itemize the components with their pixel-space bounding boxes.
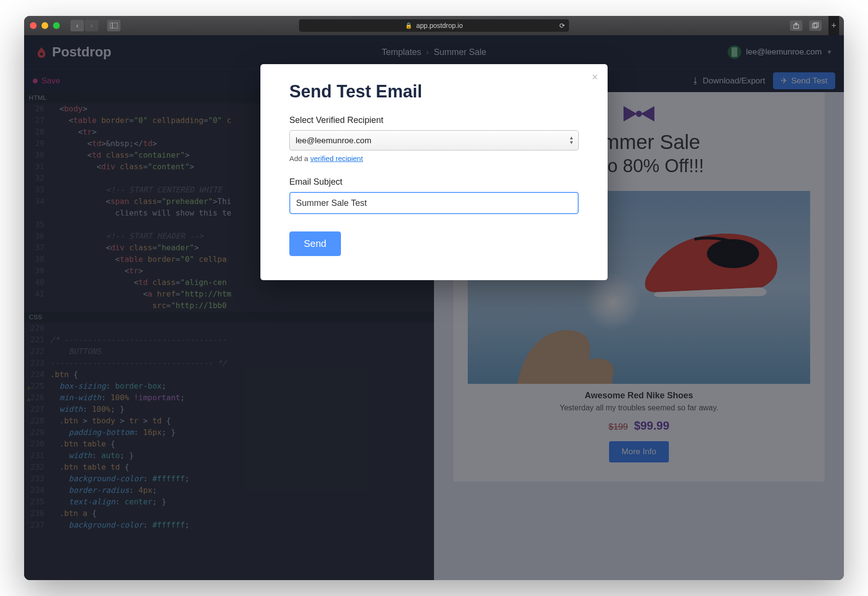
window-minimize-icon[interactable] xyxy=(41,22,48,29)
send-test-modal: × Send Test Email Select Verified Recipi… xyxy=(260,64,608,280)
lock-icon: 🔒 xyxy=(405,22,412,29)
share-icon[interactable] xyxy=(790,20,802,31)
send-button[interactable]: Send xyxy=(289,231,341,256)
new-tab-button[interactable]: + xyxy=(828,16,839,35)
subject-input[interactable] xyxy=(289,192,579,214)
add-recipient-prefix: Add a xyxy=(289,154,310,163)
tabs-icon[interactable] xyxy=(809,20,822,31)
add-recipient-row: Add a verified recipient xyxy=(289,154,579,163)
select-caret-icon: ▴▾ xyxy=(570,135,573,145)
svg-rect-0 xyxy=(110,23,118,28)
window-zoom-icon[interactable] xyxy=(53,22,60,29)
svg-rect-4 xyxy=(814,23,818,27)
nav-forward-button[interactable]: › xyxy=(85,20,98,31)
sidebar-toggle-icon[interactable] xyxy=(107,20,121,31)
close-icon[interactable]: × xyxy=(592,71,598,83)
recipient-select[interactable]: lee@leemunroe.com xyxy=(289,130,579,150)
modal-title: Send Test Email xyxy=(289,81,579,102)
browser-titlebar: ‹ › 🔒 app.postdrop.io ⟳ + xyxy=(24,16,844,35)
add-verified-recipient-link[interactable]: verified recipient xyxy=(310,154,363,163)
nav-back-button[interactable]: ‹ xyxy=(70,20,84,31)
svg-rect-3 xyxy=(813,24,817,28)
window-close-icon[interactable] xyxy=(30,22,37,29)
recipient-label: Select Verified Recipient xyxy=(289,115,579,125)
refresh-icon[interactable]: ⟳ xyxy=(559,22,565,29)
url-text: app.postdrop.io xyxy=(416,22,463,29)
url-bar[interactable]: 🔒 app.postdrop.io ⟳ xyxy=(299,19,569,32)
subject-label: Email Subject xyxy=(289,177,579,187)
